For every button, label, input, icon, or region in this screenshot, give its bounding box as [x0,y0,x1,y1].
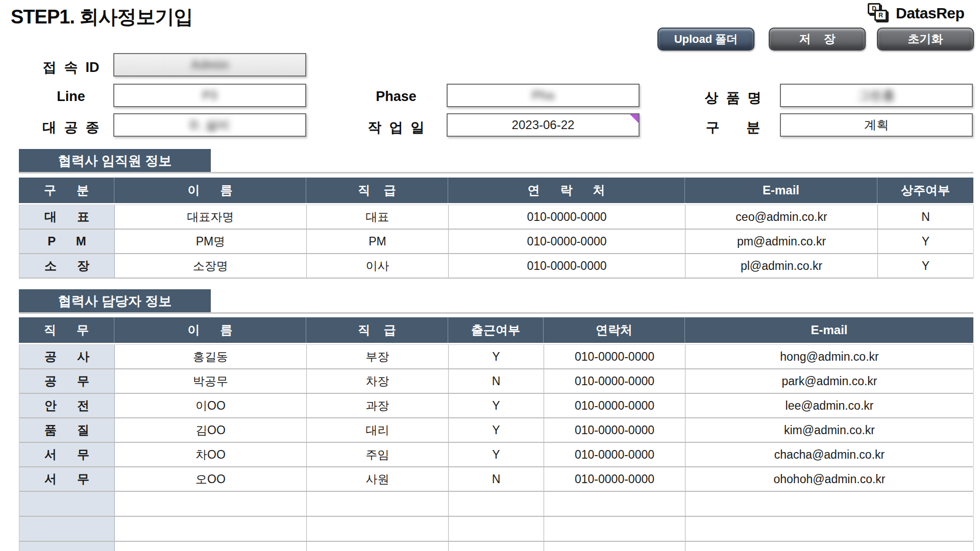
staff-table: 구 분 이 름 직 급 연 락 처 E-mail 상주여부 대 표 대표자명 대… [19,178,973,279]
col-header: 이 름 [114,317,306,343]
duty-cell[interactable] [19,542,115,551]
rank-cell[interactable] [307,517,449,541]
phone-cell[interactable]: 010-0000-0000 [544,394,685,417]
duty-cell[interactable]: 서 무 [19,467,115,491]
duty-cell[interactable]: 서 무 [19,443,115,466]
attendance-cell[interactable]: N [449,467,544,491]
rank-cell[interactable] [307,542,449,551]
row-label-cell[interactable]: 대 표 [19,205,115,229]
staff-table-header: 구 분 이 름 직 급 연 락 처 E-mail 상주여부 [19,178,973,203]
resident-cell[interactable]: N [878,205,974,229]
table-row: 품 질 김OO 대리 Y 010-0000-0000 kim@admin.co.… [19,418,973,443]
phone-cell[interactable] [544,542,685,551]
rank-cell[interactable]: 이사 [307,254,449,278]
email-cell[interactable] [685,517,974,541]
name-cell[interactable] [115,517,307,541]
phone-cell[interactable]: 010-0000-0000 [449,205,685,229]
phone-cell[interactable]: 010-0000-0000 [544,345,685,368]
major-work-value: D_설비 [190,117,230,133]
rank-cell[interactable]: 주임 [307,443,449,466]
email-cell[interactable]: park@admin.co.kr [685,369,974,393]
section-divider [19,172,973,173]
name-cell[interactable]: 차OO [115,443,307,466]
duty-cell[interactable] [19,517,115,541]
table-row-empty [19,492,973,517]
table-row-empty [19,542,973,551]
phone-cell[interactable] [544,517,685,541]
email-cell[interactable]: pm@admin.co.kr [685,230,878,253]
phase-field[interactable]: Pha [447,84,640,107]
email-cell[interactable]: pl@admin.co.kr [685,254,878,278]
product-name-field[interactable]: 그린홈 [780,84,973,107]
email-cell[interactable]: lee@admin.co.kr [685,394,974,417]
reset-button[interactable]: 초기화 [877,28,974,51]
email-cell[interactable] [685,542,974,551]
save-button[interactable]: 저 장 [769,28,866,51]
email-cell[interactable]: kim@admin.co.kr [685,418,974,442]
attendance-cell[interactable]: Y [449,443,544,466]
rank-cell[interactable]: 과장 [307,394,449,417]
rank-cell[interactable]: 대리 [307,418,449,442]
phone-cell[interactable]: 010-0000-0000 [449,230,685,253]
name-cell[interactable]: 대표자명 [115,205,307,229]
upload-folder-button[interactable]: Upload 폴더 [657,28,754,51]
rank-cell[interactable]: 부장 [307,345,449,368]
name-cell[interactable] [115,542,307,551]
email-cell[interactable]: ohohoh@admin.co.kr [685,467,974,491]
attendance-cell[interactable]: Y [449,345,544,368]
col-header: 출근여부 [448,317,544,343]
name-cell[interactable]: 박공무 [115,369,307,393]
staff-table-body: 대 표 대표자명 대표 010-0000-0000 ceo@admin.co.k… [19,205,973,279]
phone-cell[interactable]: 010-0000-0000 [449,254,685,278]
rank-cell[interactable]: PM [307,230,449,253]
category-value: 계획 [864,117,889,133]
attendance-cell[interactable]: N [449,369,544,393]
table-row: 서 무 차OO 주임 Y 010-0000-0000 chacha@admin.… [19,443,973,467]
phone-cell[interactable] [544,492,685,516]
duty-cell[interactable]: 안 전 [19,394,115,417]
rank-cell[interactable]: 대표 [307,205,449,229]
email-cell[interactable]: ceo@admin.co.kr [685,205,878,229]
attendance-cell[interactable]: Y [449,418,544,442]
name-cell[interactable]: 소장명 [115,254,307,278]
phone-cell[interactable]: 010-0000-0000 [544,369,685,393]
phase-value: Pha [532,88,554,103]
phone-cell[interactable]: 010-0000-0000 [544,418,685,442]
duty-cell[interactable]: 공 사 [19,345,115,368]
row-label-cell[interactable]: P M [19,230,115,253]
email-cell[interactable] [685,492,974,516]
product-name-label: 상 품 명 [700,89,766,107]
major-work-field[interactable]: D_설비 [113,113,306,137]
resident-cell[interactable]: Y [878,230,974,253]
name-cell[interactable]: 오OO [115,467,307,491]
phone-cell[interactable]: 010-0000-0000 [544,443,685,466]
duty-cell[interactable] [19,492,115,516]
row-label-cell[interactable]: 소 장 [19,254,115,278]
attendance-cell[interactable] [449,492,544,516]
name-cell[interactable] [115,492,307,516]
name-cell[interactable]: 홍길동 [115,345,307,368]
work-date-field[interactable]: 2023-06-22 [447,113,640,137]
phone-cell[interactable]: 010-0000-0000 [544,467,685,491]
attendance-cell[interactable] [449,542,544,551]
rank-cell[interactable]: 사원 [307,467,449,491]
duty-cell[interactable]: 공 무 [19,369,115,393]
rank-cell[interactable]: 차장 [307,369,449,393]
contacts-table: 직 무 이 름 직 급 출근여부 연락처 E-mail 공 사 홍길동 부장 Y… [19,317,973,551]
attendance-cell[interactable]: Y [449,394,544,417]
name-cell[interactable]: 김OO [115,418,307,442]
access-id-field[interactable]: Admin [113,53,306,77]
rank-cell[interactable] [307,492,449,516]
duty-cell[interactable]: 품 질 [19,418,115,442]
table-row: P M PM명 PM 010-0000-0000 pm@admin.co.kr … [19,230,973,254]
name-cell[interactable]: 이OO [115,394,307,417]
line-field[interactable]: P3 [113,84,306,107]
category-field[interactable]: 계획 [780,113,973,137]
resident-cell[interactable]: Y [878,254,974,278]
attendance-cell[interactable] [449,517,544,541]
name-cell[interactable]: PM명 [115,230,307,253]
email-cell[interactable]: chacha@admin.co.kr [685,443,974,466]
email-cell[interactable]: hong@admin.co.kr [685,345,974,368]
col-header: 구 분 [19,178,114,203]
major-work-label: 대 공 종 [31,118,111,137]
